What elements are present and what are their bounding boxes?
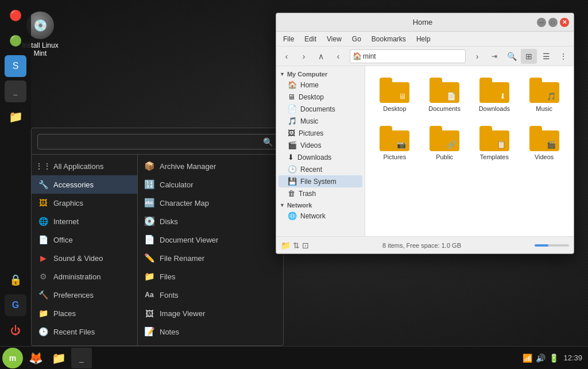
taskbar-terminal-button[interactable]: _ — [71, 348, 92, 368]
fm-sidebar-filesystem[interactable]: 💾 File System — [278, 175, 362, 187]
fm-mycomputer-label: My Computer — [287, 71, 327, 78]
fm-sidebar-home[interactable]: 🏠 Home — [278, 79, 362, 91]
taskbar-clock[interactable]: 12:39 — [563, 353, 582, 362]
documents-folder-icon: 📄 — [288, 105, 297, 113]
app-files[interactable]: 📁 Files — [138, 267, 283, 286]
fm-file-downloads[interactable]: ⬇ Downloads — [472, 73, 517, 117]
fm-sidebar-recent[interactable]: 🕒 Recent — [278, 163, 362, 175]
fm-open-terminal-btn[interactable]: ⇥ — [486, 49, 502, 64]
fm-sidebar-network[interactable]: 🌐 Network — [278, 210, 362, 222]
app-character-map[interactable]: 🔤 Character Map — [138, 194, 283, 212]
taskbar-mint-menu-button[interactable]: m — [2, 348, 23, 368]
fm-minimize-button[interactable]: — — [537, 18, 546, 27]
app-disks[interactable]: 💽 Disks — [138, 212, 283, 230]
fm-file-public[interactable]: 🔗 Public — [422, 121, 467, 165]
fm-sidebar-desktop[interactable]: 🖥 Desktop — [278, 91, 362, 103]
app-document-viewer[interactable]: 📄 Document Viewer — [138, 230, 283, 249]
fm-sidebar-music[interactable]: 🎵 Music — [278, 115, 362, 127]
category-sound-video[interactable]: ▶ Sound & Video — [32, 249, 137, 267]
terminal-sidebar-btn[interactable]: _ — [5, 80, 26, 102]
fm-zoom-track[interactable] — [535, 244, 569, 247]
software-manager-sidebar-btn[interactable]: 🟢 — [5, 30, 26, 52]
app-fonts[interactable]: Aa Fonts — [138, 286, 283, 304]
fm-sidebar-trash[interactable]: 🗑 Trash — [278, 187, 362, 199]
fm-forward-button[interactable]: › — [296, 49, 312, 64]
fm-menu-edit[interactable]: Edit — [300, 34, 321, 44]
taskbar-right: 📶 🔊 🔋 12:39 — [523, 353, 588, 363]
onboard-icon: ⌨ — [144, 344, 155, 345]
fm-menu-help[interactable]: Help — [412, 34, 435, 44]
fm-menubar: File Edit View Go Bookmarks Help — [276, 32, 574, 47]
menu-search-input[interactable] — [37, 134, 277, 149]
fm-file-pictures-name: Pictures — [384, 153, 407, 160]
recent-folder-icon: 🕒 — [288, 165, 297, 174]
fm-location-next[interactable]: › — [469, 49, 485, 64]
fm-list-view-button[interactable]: ☰ — [538, 49, 554, 64]
mintupdate-sidebar-btn[interactable]: 🔴 — [5, 5, 26, 26]
fm-file-documents[interactable]: 📄 Documents — [422, 73, 467, 117]
fm-file-templates[interactable]: 📋 Templates — [472, 121, 517, 165]
power-sidebar-btn[interactable]: ⏻ — [5, 320, 26, 341]
fm-file-music[interactable]: 🎵 Music — [521, 73, 567, 117]
fm-sidebar-documents[interactable]: 📄 Documents — [278, 103, 362, 115]
fm-new-folder-icon[interactable]: 📁 — [281, 241, 291, 250]
fm-sidebar-videos[interactable]: 🎬 Videos — [278, 139, 362, 151]
fm-sidebar-pictures[interactable]: 🖼 Pictures — [278, 127, 362, 139]
fm-search-button[interactable]: 🔍 — [504, 49, 520, 64]
category-recent[interactable]: 🕒 Recent Files — [32, 322, 137, 341]
app-disks-label: Disks — [160, 217, 178, 226]
app-files-label: Files — [160, 272, 175, 281]
app-image-viewer[interactable]: 🖼 Image Viewer — [138, 304, 283, 322]
battery-tray-icon[interactable]: 🔋 — [549, 353, 559, 363]
fm-extra-button[interactable]: ⋮ — [555, 49, 571, 64]
folder-sidebar-btn[interactable]: 📁 — [5, 106, 26, 128]
menu-search-bar: 🔍 — [32, 128, 283, 155]
fm-menu-go[interactable]: Go — [347, 34, 366, 44]
fm-close-button[interactable]: ✕ — [560, 18, 569, 27]
taskbar-nemo-button[interactable]: 📁 — [48, 348, 69, 368]
category-all[interactable]: ⋮⋮ All Applications — [32, 157, 137, 175]
fm-menu-bookmarks[interactable]: Bookmarks — [367, 34, 411, 44]
category-places-label: Places — [53, 309, 76, 318]
music-folder-icon: 🎵 — [288, 117, 297, 125]
fm-maximize-button[interactable]: □ — [548, 18, 558, 27]
lock-sidebar-btn[interactable]: 🔒 — [5, 269, 26, 291]
fm-file-desktop[interactable]: 🖥 Desktop — [372, 73, 417, 117]
app-fonts-label: Fonts — [160, 291, 179, 299]
synaptic-sidebar-btn[interactable]: S — [5, 55, 26, 77]
category-graphics[interactable]: 🖼 Graphics — [32, 194, 137, 212]
app-file-renamer[interactable]: ✏️ File Renamer — [138, 249, 283, 267]
fm-network-header[interactable]: ▼ Network — [276, 199, 365, 210]
taskbar-firefox-button[interactable]: 🦊 — [25, 348, 46, 368]
fm-sidebar-home-label: Home — [300, 81, 319, 89]
network-tray-icon[interactable]: 📶 — [523, 353, 532, 363]
fm-sidebar-downloads[interactable]: ⬇ Downloads — [278, 151, 362, 163]
google-sidebar-btn[interactable]: G — [5, 294, 26, 316]
fm-menu-view[interactable]: View — [322, 34, 346, 44]
category-administration[interactable]: ⚙ Administration — [32, 267, 137, 286]
app-onboard[interactable]: ⌨ Onboard — [138, 341, 283, 345]
fm-info-icon[interactable]: ⊡ — [302, 241, 309, 250]
app-notes-label: Notes — [160, 328, 179, 336]
app-notes[interactable]: 📝 Notes — [138, 322, 283, 341]
volume-tray-icon[interactable]: 🔊 — [536, 353, 546, 363]
fm-icon-view-button[interactable]: ⊞ — [521, 49, 537, 64]
category-recent-label: Recent Files — [53, 328, 95, 336]
category-accessories[interactable]: 🔧 Accessories — [32, 175, 137, 194]
app-archive-manager[interactable]: 📦 Archive Manager — [138, 157, 283, 175]
fm-up-button[interactable]: ∧ — [313, 49, 329, 64]
fm-sort-icon[interactable]: ⇅ — [293, 241, 300, 250]
category-places[interactable]: 📁 Places — [32, 304, 137, 322]
category-office[interactable]: 📄 Office — [32, 230, 137, 249]
app-calculator[interactable]: 🔢 Calculator — [138, 175, 283, 194]
fm-file-videos[interactable]: 🎬 Videos — [521, 121, 567, 165]
videos-folder-icon: 🎬 — [288, 141, 297, 149]
fm-location-toggle[interactable]: ‹ — [330, 49, 346, 64]
fm-file-downloads-name: Downloads — [479, 105, 510, 112]
fm-mycomputer-header[interactable]: ▼ My Computer — [276, 68, 365, 79]
fm-menu-file[interactable]: File — [278, 34, 299, 44]
fm-file-pictures[interactable]: 📷 Pictures — [372, 121, 417, 165]
category-preferences[interactable]: 🔨 Preferences — [32, 286, 137, 304]
category-internet[interactable]: 🌐 Internet — [32, 212, 137, 230]
fm-back-button[interactable]: ‹ — [278, 49, 295, 64]
